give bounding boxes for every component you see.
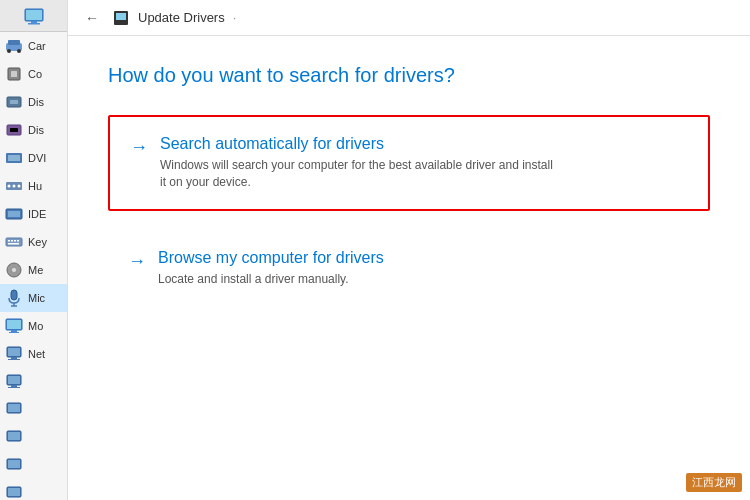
sidebar: Car Co Dis Dis DVI — [0, 0, 68, 500]
sidebar-label-dis2: Dis — [28, 124, 44, 136]
watermark-text: 江西龙网 — [692, 476, 736, 488]
sidebar-item-net[interactable]: Net — [0, 340, 67, 368]
dvi-icon — [4, 148, 24, 168]
browse-search-title: Browse my computer for drivers — [158, 249, 384, 267]
sidebar-item-dis1[interactable]: Dis — [0, 88, 67, 116]
svg-rect-54 — [116, 13, 126, 20]
svg-rect-36 — [9, 332, 19, 333]
svg-rect-35 — [11, 330, 17, 332]
svg-rect-3 — [26, 10, 42, 20]
header-separator: · — [233, 10, 237, 25]
svg-point-7 — [17, 49, 21, 53]
page-heading: How do you want to search for drivers? — [108, 64, 710, 87]
sidebar-item-ide[interactable]: IDE — [0, 200, 67, 228]
network-icon — [4, 344, 24, 364]
network4-icon — [4, 428, 24, 448]
sidebar-item-extra1[interactable] — [0, 368, 67, 396]
sidebar-label-dvi: DVI — [28, 152, 46, 164]
content-body: How do you want to search for drivers? →… — [68, 36, 750, 500]
svg-rect-1 — [31, 21, 37, 23]
sidebar-label-mic: Mic — [28, 292, 45, 304]
auto-search-title: Search automatically for drivers — [160, 135, 560, 153]
header-title: Update Drivers — [138, 10, 225, 25]
svg-rect-11 — [10, 100, 18, 104]
sidebar-label-net: Net — [28, 348, 45, 360]
sidebar-item-hu[interactable]: Hu — [0, 172, 67, 200]
auto-search-option[interactable]: → Search automatically for drivers Windo… — [108, 115, 710, 211]
sidebar-item-car[interactable]: Car — [0, 32, 67, 60]
svg-rect-9 — [11, 71, 17, 77]
svg-rect-30 — [11, 290, 17, 300]
browse-search-option[interactable]: → Browse my computer for drivers Locate … — [108, 231, 710, 306]
svg-rect-26 — [17, 240, 19, 242]
browse-search-description: Locate and install a driver manually. — [158, 271, 384, 288]
sidebar-label-me: Me — [28, 264, 43, 276]
disk2-icon — [4, 120, 24, 140]
network6-icon — [4, 484, 24, 500]
mic-icon — [4, 288, 24, 308]
browse-search-arrow-icon: → — [128, 251, 146, 272]
sidebar-item-me[interactable]: Me — [0, 256, 67, 284]
svg-rect-5 — [8, 40, 20, 45]
svg-rect-39 — [11, 357, 17, 359]
svg-rect-34 — [7, 320, 21, 329]
sidebar-item-extra4[interactable] — [0, 452, 67, 480]
ide-icon — [4, 204, 24, 224]
media-icon — [4, 260, 24, 280]
auto-search-text: Search automatically for drivers Windows… — [160, 135, 560, 191]
sidebar-item-extra3[interactable] — [0, 424, 67, 452]
svg-rect-22 — [6, 238, 22, 246]
sidebar-item-mo[interactable]: Mo — [0, 312, 67, 340]
sidebar-item-key[interactable]: Key — [0, 228, 67, 256]
sidebar-top-icon — [0, 0, 67, 32]
svg-rect-50 — [8, 460, 20, 468]
svg-rect-27 — [8, 243, 19, 245]
network5-icon — [4, 456, 24, 476]
sidebar-label-key: Key — [28, 236, 47, 248]
network3-icon — [4, 400, 24, 420]
svg-rect-24 — [11, 240, 13, 242]
sidebar-item-extra5[interactable] — [0, 480, 67, 500]
svg-rect-56 — [116, 22, 126, 23]
monitor-icon — [4, 316, 24, 336]
svg-point-18 — [13, 185, 16, 188]
sidebar-item-dis2[interactable]: Dis — [0, 116, 67, 144]
sidebar-label-ide: IDE — [28, 208, 46, 220]
hub-icon — [4, 176, 24, 196]
svg-point-29 — [12, 268, 16, 272]
network2-icon — [4, 372, 24, 392]
auto-search-arrow-icon: → — [130, 137, 148, 158]
sidebar-label-hu: Hu — [28, 180, 42, 192]
svg-point-19 — [18, 185, 21, 188]
sidebar-item-co[interactable]: Co — [0, 60, 67, 88]
svg-rect-21 — [8, 211, 20, 217]
svg-rect-48 — [8, 432, 20, 440]
sidebar-item-extra2[interactable] — [0, 396, 67, 424]
svg-rect-15 — [8, 155, 20, 161]
keyboard-icon — [4, 232, 24, 252]
svg-rect-46 — [8, 404, 20, 412]
sidebar-item-mic[interactable]: Mic — [0, 284, 67, 312]
svg-rect-13 — [10, 128, 18, 132]
auto-search-description: Windows will search your computer for th… — [160, 157, 560, 191]
svg-point-17 — [8, 185, 11, 188]
sidebar-label-car: Car — [28, 40, 46, 52]
svg-point-6 — [7, 49, 11, 53]
sidebar-item-dvi[interactable]: DVI — [0, 144, 67, 172]
component-icon — [4, 64, 24, 84]
svg-rect-55 — [118, 20, 124, 22]
back-button[interactable]: ← — [80, 6, 104, 30]
svg-rect-38 — [8, 348, 20, 356]
sidebar-label-mo: Mo — [28, 320, 43, 332]
svg-rect-23 — [8, 240, 10, 242]
header-bar: ← Update Drivers · — [68, 0, 750, 36]
svg-rect-52 — [8, 488, 20, 496]
browse-search-text: Browse my computer for drivers Locate an… — [158, 249, 384, 288]
svg-rect-2 — [28, 23, 40, 25]
back-arrow-icon: ← — [85, 10, 99, 26]
main-content: ← Update Drivers · How do you want to se… — [68, 0, 750, 500]
svg-rect-44 — [8, 387, 20, 388]
disk-icon — [4, 92, 24, 112]
watermark: 江西龙网 — [686, 473, 742, 492]
car-icon — [4, 36, 24, 56]
